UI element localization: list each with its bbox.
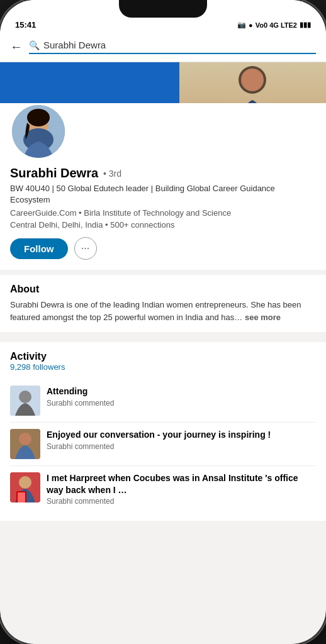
profile-section: Surabhi Dewra • 3rd BW 40U40 | 50 Global…: [0, 103, 326, 270]
search-input-area[interactable]: 🔍 Surabhi Dewra: [29, 40, 316, 54]
search-query[interactable]: Surabhi Dewra: [43, 40, 106, 50]
activity-content-3: I met Harpreet when Cocubes was in Ansal…: [47, 472, 316, 505]
activity-item-sub-2: Surabhi commented: [47, 442, 316, 451]
profile-actions: Follow ···: [10, 237, 316, 260]
activity-followers[interactable]: 9,298 followers: [10, 362, 316, 372]
activity-avatar-1: [10, 386, 40, 416]
activity-item-title-1: Attending: [47, 386, 316, 397]
battery-icon: ▮▮▮: [300, 21, 311, 29]
activity-item-sub-3: Surabhi commented: [47, 497, 316, 506]
avatar-container: [10, 103, 316, 160]
search-icon: 🔍: [29, 40, 40, 50]
section-divider-2: [0, 337, 326, 342]
back-button[interactable]: ←: [10, 40, 23, 54]
status-time: 15:41: [15, 20, 36, 30]
about-title: About: [10, 284, 316, 295]
content-area: CarGuide.com: [0, 62, 326, 643]
about-text: Surabhi Dewra is one of the leading Indi…: [10, 299, 316, 323]
activity-item-title-2: Enjoyed our conversation - your journey …: [47, 429, 316, 440]
search-bar: ← 🔍 Surabhi Dewra: [0, 35, 326, 62]
profile-name: Surabhi Dewra: [10, 166, 98, 180]
profile-company: CareerGuide.Com • Birla Institute of Tec…: [10, 208, 316, 218]
activity-person-icon-1: [10, 386, 40, 416]
degree-badge: • 3rd: [103, 169, 121, 179]
section-divider-1: [0, 270, 326, 275]
status-icons: 📷 ● Vo0 4G LTE2 ▮▮▮: [237, 21, 311, 29]
profile-name-row: Surabhi Dewra • 3rd: [10, 166, 316, 180]
profile-location: Central Delhi, Delhi, India • 500+ conne…: [10, 220, 316, 230]
svg-rect-13: [18, 492, 25, 502]
activity-person-icon-3: [10, 472, 40, 502]
svg-point-7: [19, 391, 31, 403]
svg-point-11: [19, 476, 31, 489]
svg-point-9: [19, 433, 31, 445]
avatar-silhouette: [12, 105, 65, 158]
about-section: About Surabhi Dewra is one of the leadin…: [0, 275, 326, 332]
activity-content-2: Enjoyed our conversation - your journey …: [47, 429, 316, 450]
svg-point-5: [27, 109, 50, 126]
activity-title: Activity: [10, 351, 316, 362]
activity-item-3[interactable]: I met Harpreet when Cocubes was in Ansal…: [10, 466, 316, 511]
profile-title: BW 40U40 | 50 Global Edutech leader | Bu…: [10, 183, 316, 206]
activity-person-icon-2: [10, 429, 40, 459]
activity-avatar-3: [10, 472, 40, 502]
more-options-button[interactable]: ···: [74, 237, 97, 260]
follow-button[interactable]: Follow: [10, 238, 68, 259]
activity-item-title-3: I met Harpreet when Cocubes was in Ansal…: [47, 472, 316, 495]
activity-item-2[interactable]: Enjoyed our conversation - your journey …: [10, 423, 316, 466]
activity-section: Activity 9,298 followers Attending: [0, 342, 326, 520]
signal-icon: ●: [249, 21, 253, 29]
activity-item[interactable]: Attending Surabhi commented: [10, 379, 316, 423]
profile-avatar: [10, 103, 67, 160]
instagram-icon: 📷: [237, 21, 246, 29]
activity-item-sub-1: Surabhi commented: [47, 399, 316, 408]
activity-header: Activity 9,298 followers: [10, 351, 316, 372]
activity-content-1: Attending Surabhi commented: [47, 386, 316, 407]
see-more-link[interactable]: see more: [245, 313, 281, 322]
network-text: Vo0 4G LTE2: [256, 21, 297, 29]
activity-avatar-2: [10, 429, 40, 459]
svg-point-1: [241, 69, 264, 91]
